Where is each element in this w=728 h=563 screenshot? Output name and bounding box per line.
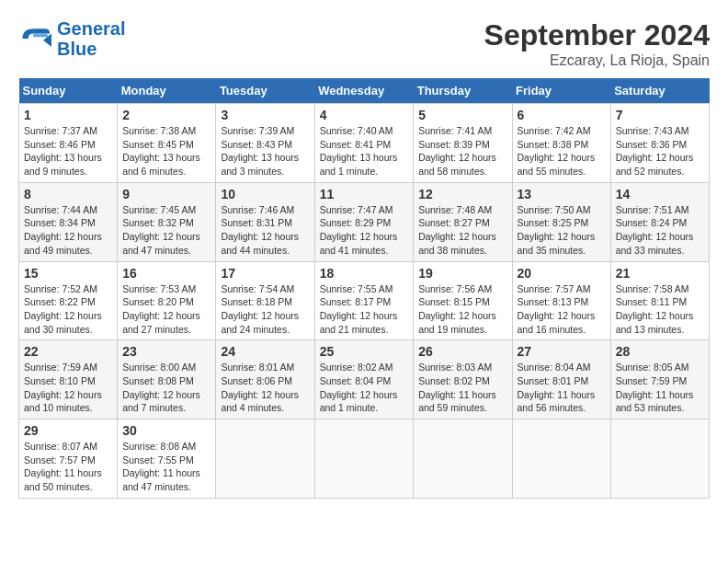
logo: General Blue bbox=[18, 18, 125, 59]
day-number: 22 bbox=[24, 344, 112, 359]
location: Ezcaray, La Rioja, Spain bbox=[484, 52, 710, 69]
calendar-cell: 2 Sunrise: 7:38 AM Sunset: 8:45 PM Dayli… bbox=[118, 104, 216, 183]
day-info: Sunrise: 7:37 AM Sunset: 8:46 PM Dayligh… bbox=[24, 124, 112, 178]
calendar-cell: 5 Sunrise: 7:41 AM Sunset: 8:39 PM Dayli… bbox=[414, 104, 512, 183]
day-info: Sunrise: 7:38 AM Sunset: 8:45 PM Dayligh… bbox=[122, 124, 210, 178]
calendar-cell: 1 Sunrise: 7:37 AM Sunset: 8:46 PM Dayli… bbox=[19, 104, 118, 183]
day-number: 2 bbox=[122, 108, 210, 122]
day-number: 24 bbox=[221, 344, 309, 359]
day-info: Sunrise: 7:45 AM Sunset: 8:32 PM Dayligh… bbox=[122, 203, 210, 258]
day-number: 16 bbox=[122, 266, 210, 281]
day-info: Sunrise: 7:40 AM Sunset: 8:41 PM Dayligh… bbox=[320, 124, 409, 178]
day-info: Sunrise: 7:44 AM Sunset: 8:34 PM Dayligh… bbox=[24, 203, 112, 258]
day-info: Sunrise: 7:39 AM Sunset: 8:43 PM Dayligh… bbox=[221, 124, 309, 178]
calendar-cell: 13 Sunrise: 7:50 AM Sunset: 8:25 PM Dayl… bbox=[512, 182, 610, 261]
day-number: 18 bbox=[320, 266, 409, 281]
day-info: Sunrise: 8:03 AM Sunset: 8:02 PM Dayligh… bbox=[418, 361, 506, 415]
day-number: 9 bbox=[122, 187, 210, 201]
day-number: 20 bbox=[518, 266, 606, 281]
day-info: Sunrise: 8:00 AM Sunset: 8:08 PM Dayligh… bbox=[122, 361, 210, 415]
calendar-cell: 17 Sunrise: 7:54 AM Sunset: 8:18 PM Dayl… bbox=[216, 261, 314, 340]
day-info: Sunrise: 7:48 AM Sunset: 8:27 PM Dayligh… bbox=[418, 203, 506, 258]
day-number: 14 bbox=[616, 187, 704, 201]
day-info: Sunrise: 8:05 AM Sunset: 7:59 PM Dayligh… bbox=[616, 361, 704, 415]
calendar-cell: 29 Sunrise: 8:07 AM Sunset: 7:57 PM Dayl… bbox=[19, 419, 118, 499]
day-info: Sunrise: 7:54 AM Sunset: 8:18 PM Dayligh… bbox=[221, 282, 309, 337]
header-sunday: Sunday bbox=[19, 78, 118, 104]
calendar-cell: 7 Sunrise: 7:43 AM Sunset: 8:36 PM Dayli… bbox=[610, 104, 709, 183]
day-number: 12 bbox=[418, 187, 506, 201]
day-info: Sunrise: 8:08 AM Sunset: 7:55 PM Dayligh… bbox=[122, 440, 210, 494]
day-info: Sunrise: 7:58 AM Sunset: 8:11 PM Dayligh… bbox=[616, 282, 704, 337]
day-info: Sunrise: 7:57 AM Sunset: 8:13 PM Dayligh… bbox=[518, 282, 606, 337]
day-info: Sunrise: 7:50 AM Sunset: 8:25 PM Dayligh… bbox=[518, 203, 606, 258]
day-info: Sunrise: 7:46 AM Sunset: 8:31 PM Dayligh… bbox=[221, 203, 309, 258]
header-wednesday: Wednesday bbox=[314, 78, 414, 104]
day-info: Sunrise: 7:55 AM Sunset: 8:17 PM Dayligh… bbox=[320, 282, 409, 337]
day-number: 26 bbox=[418, 344, 506, 359]
calendar-cell bbox=[216, 419, 314, 499]
day-number: 23 bbox=[122, 344, 210, 359]
day-number: 10 bbox=[221, 187, 309, 201]
calendar-week-row: 8 Sunrise: 7:44 AM Sunset: 8:34 PM Dayli… bbox=[19, 182, 710, 261]
day-number: 7 bbox=[616, 108, 704, 122]
day-number: 19 bbox=[418, 266, 506, 281]
day-info: Sunrise: 7:51 AM Sunset: 8:24 PM Dayligh… bbox=[616, 203, 704, 258]
calendar-cell: 22 Sunrise: 7:59 AM Sunset: 8:10 PM Dayl… bbox=[19, 340, 118, 419]
day-number: 3 bbox=[221, 108, 309, 122]
day-info: Sunrise: 7:59 AM Sunset: 8:10 PM Dayligh… bbox=[24, 361, 112, 415]
day-info: Sunrise: 8:01 AM Sunset: 8:06 PM Dayligh… bbox=[221, 361, 309, 415]
title-area: September 2024 Ezcaray, La Rioja, Spain bbox=[484, 18, 710, 69]
day-info: Sunrise: 7:56 AM Sunset: 8:15 PM Dayligh… bbox=[418, 282, 506, 337]
day-info: Sunrise: 7:42 AM Sunset: 8:38 PM Dayligh… bbox=[518, 124, 606, 178]
day-info: Sunrise: 7:41 AM Sunset: 8:39 PM Dayligh… bbox=[418, 124, 506, 178]
header-monday: Monday bbox=[118, 78, 216, 104]
calendar-cell: 24 Sunrise: 8:01 AM Sunset: 8:06 PM Dayl… bbox=[216, 340, 314, 419]
calendar-cell: 27 Sunrise: 8:04 AM Sunset: 8:01 PM Dayl… bbox=[512, 340, 610, 419]
calendar-cell: 12 Sunrise: 7:48 AM Sunset: 8:27 PM Dayl… bbox=[414, 182, 512, 261]
calendar-cell: 4 Sunrise: 7:40 AM Sunset: 8:41 PM Dayli… bbox=[314, 104, 414, 183]
day-info: Sunrise: 7:47 AM Sunset: 8:29 PM Dayligh… bbox=[320, 203, 409, 258]
day-number: 11 bbox=[320, 187, 409, 201]
day-number: 28 bbox=[616, 344, 704, 359]
day-number: 4 bbox=[320, 108, 409, 122]
logo-icon bbox=[18, 22, 51, 55]
logo-blue: Blue bbox=[57, 39, 97, 59]
calendar-cell: 19 Sunrise: 7:56 AM Sunset: 8:15 PM Dayl… bbox=[414, 261, 512, 340]
day-info: Sunrise: 8:04 AM Sunset: 8:01 PM Dayligh… bbox=[518, 361, 606, 415]
calendar-cell: 16 Sunrise: 7:53 AM Sunset: 8:20 PM Dayl… bbox=[118, 261, 216, 340]
calendar-cell bbox=[610, 419, 709, 499]
day-info: Sunrise: 7:52 AM Sunset: 8:22 PM Dayligh… bbox=[24, 282, 112, 337]
calendar-week-row: 22 Sunrise: 7:59 AM Sunset: 8:10 PM Dayl… bbox=[19, 340, 710, 419]
calendar-week-row: 15 Sunrise: 7:52 AM Sunset: 8:22 PM Dayl… bbox=[19, 261, 710, 340]
day-info: Sunrise: 8:07 AM Sunset: 7:57 PM Dayligh… bbox=[24, 440, 112, 494]
day-number: 21 bbox=[616, 266, 704, 281]
day-number: 15 bbox=[24, 266, 112, 281]
calendar-cell bbox=[512, 419, 610, 499]
month-title: September 2024 bbox=[484, 18, 710, 52]
day-number: 29 bbox=[24, 423, 112, 438]
calendar-cell: 30 Sunrise: 8:08 AM Sunset: 7:55 PM Dayl… bbox=[118, 419, 216, 499]
calendar-cell: 9 Sunrise: 7:45 AM Sunset: 8:32 PM Dayli… bbox=[118, 182, 216, 261]
calendar-cell: 23 Sunrise: 8:00 AM Sunset: 8:08 PM Dayl… bbox=[118, 340, 216, 419]
day-number: 30 bbox=[122, 423, 210, 438]
day-info: Sunrise: 7:53 AM Sunset: 8:20 PM Dayligh… bbox=[122, 282, 210, 337]
calendar-cell: 14 Sunrise: 7:51 AM Sunset: 8:24 PM Dayl… bbox=[610, 182, 709, 261]
day-number: 17 bbox=[221, 266, 309, 281]
page-header: General Blue September 2024 Ezcaray, La … bbox=[18, 18, 710, 69]
calendar-cell: 18 Sunrise: 7:55 AM Sunset: 8:17 PM Dayl… bbox=[314, 261, 414, 340]
calendar-week-row: 29 Sunrise: 8:07 AM Sunset: 7:57 PM Dayl… bbox=[19, 419, 710, 499]
calendar-cell: 26 Sunrise: 8:03 AM Sunset: 8:02 PM Dayl… bbox=[414, 340, 512, 419]
header-tuesday: Tuesday bbox=[216, 78, 314, 104]
calendar-header-row: Sunday Monday Tuesday Wednesday Thursday… bbox=[19, 78, 710, 104]
day-number: 27 bbox=[518, 344, 606, 359]
calendar-cell: 20 Sunrise: 7:57 AM Sunset: 8:13 PM Dayl… bbox=[512, 261, 610, 340]
calendar-week-row: 1 Sunrise: 7:37 AM Sunset: 8:46 PM Dayli… bbox=[19, 104, 710, 183]
day-number: 25 bbox=[320, 344, 409, 359]
calendar-cell: 21 Sunrise: 7:58 AM Sunset: 8:11 PM Dayl… bbox=[610, 261, 709, 340]
day-number: 8 bbox=[24, 187, 112, 201]
header-saturday: Saturday bbox=[610, 78, 709, 104]
day-info: Sunrise: 7:43 AM Sunset: 8:36 PM Dayligh… bbox=[616, 124, 704, 178]
day-number: 6 bbox=[518, 108, 606, 122]
header-thursday: Thursday bbox=[414, 78, 512, 104]
